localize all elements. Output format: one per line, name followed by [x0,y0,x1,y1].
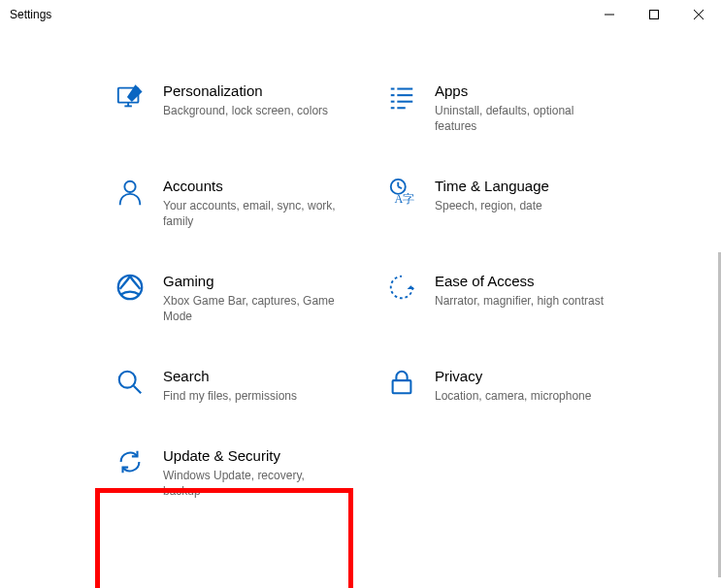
tile-time-language[interactable]: A字 Time & Language Speech, region, date [386,173,648,229]
svg-rect-24 [393,380,411,393]
tile-label: Search [163,367,377,386]
tile-apps[interactable]: Apps Uninstall, defaults, optional featu… [386,78,648,134]
svg-line-23 [134,386,142,394]
tile-label: Ease of Access [435,272,648,291]
time-language-icon: A字 [386,177,417,208]
apps-icon [386,82,417,113]
settings-grid: Personalization Background, lock screen,… [115,78,721,499]
minimize-button[interactable] [587,0,632,29]
tile-desc: Speech, region, date [435,198,609,213]
tile-label: Apps [435,82,648,101]
tile-label: Gaming [163,272,377,291]
privacy-icon [386,367,417,398]
titlebar: Settings [0,0,721,29]
close-button[interactable] [676,0,721,29]
ease-of-access-icon [386,272,417,303]
tile-desc: Background, lock screen, colors [163,103,338,118]
svg-point-22 [119,372,136,388]
svg-text:A字: A字 [395,192,415,206]
tile-search[interactable]: Search Find my files, permissions [115,363,377,404]
tile-label: Personalization [163,82,377,101]
tile-desc: Uninstall, defaults, optional features [435,103,609,134]
tile-desc: Find my files, permissions [163,388,338,404]
tile-desc: Xbox Game Bar, captures, Game Mode [163,293,338,324]
tile-update-security[interactable]: Update & Security Windows Update, recove… [115,442,377,499]
svg-rect-1 [650,11,659,19]
tile-personalization[interactable]: Personalization Background, lock screen,… [115,78,377,134]
maximize-button[interactable] [632,0,676,29]
window-title: Settings [10,8,51,21]
tile-accounts[interactable]: Accounts Your accounts, email, sync, wor… [115,173,377,229]
gaming-icon [115,272,146,303]
svg-point-15 [124,181,135,192]
tile-gaming[interactable]: Gaming Xbox Game Bar, captures, Game Mod… [115,268,377,324]
tile-label: Accounts [163,177,377,196]
personalization-icon [115,82,146,113]
highlight-box [95,488,353,588]
update-security-icon [115,446,146,477]
tile-label: Privacy [435,367,648,386]
tile-desc: Location, camera, microphone [435,388,609,404]
tile-label: Time & Language [435,177,648,196]
tile-privacy[interactable]: Privacy Location, camera, microphone [386,363,648,404]
tile-desc: Narrator, magnifier, high contrast [435,293,609,309]
search-icon [115,367,146,398]
tile-ease-of-access[interactable]: Ease of Access Narrator, magnifier, high… [386,268,648,324]
tile-desc: Windows Update, recovery, backup [163,468,338,499]
accounts-icon [115,177,146,208]
content-area: Personalization Background, lock screen,… [0,29,721,588]
tile-desc: Your accounts, email, sync, work, family [163,198,338,229]
svg-line-18 [398,186,402,188]
tile-label: Update & Security [163,446,377,466]
